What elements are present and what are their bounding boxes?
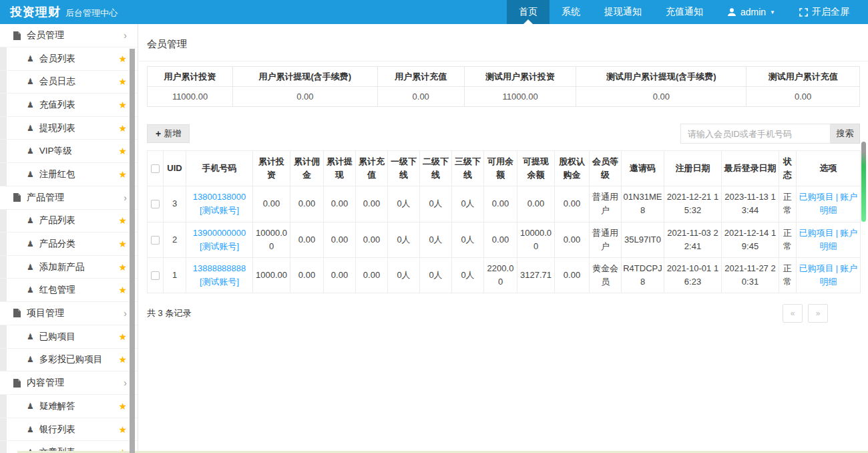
nav-item-0[interactable]: 首页 xyxy=(507,0,550,24)
phone-link[interactable]: 13900000000 [测试账号] xyxy=(193,228,246,251)
search-input[interactable] xyxy=(680,124,831,144)
cell-phone: 13900000000 [测试账号] xyxy=(186,222,253,257)
cell-select xyxy=(148,257,164,293)
nav-fullscreen-label: 开启全屏 xyxy=(812,6,849,18)
cell-total-commission: 0.00 xyxy=(290,222,324,257)
component-icon: ♟ xyxy=(27,170,34,178)
sidebar-item[interactable]: ♟ VIP等级 ★ xyxy=(0,140,138,163)
sidebar-item[interactable]: ♟ 已购项目 ★ xyxy=(0,325,138,349)
star-icon[interactable]: ★ xyxy=(118,239,127,249)
sidebar-item[interactable]: ♟ 银行列表 ★ xyxy=(0,418,138,442)
sidebar-item[interactable]: ♟ 充值列表 ★ xyxy=(0,94,138,117)
column-header: 最后登录日期 xyxy=(722,151,779,186)
cell-last-login: 2023-11-13 13:44 xyxy=(722,186,779,222)
sidebar-item[interactable]: ♟ 产品分类 ★ xyxy=(0,233,138,256)
sidebar-item[interactable]: ♟ 红包管理 ★ xyxy=(0,279,138,302)
purchased-projects-link[interactable]: 已购项目 xyxy=(799,263,834,273)
cell-select xyxy=(148,222,164,257)
chevron-right-icon: › xyxy=(124,30,127,41)
sidebar-scrollbar[interactable] xyxy=(130,49,135,453)
star-icon[interactable]: ★ xyxy=(118,146,127,156)
star-icon[interactable]: ★ xyxy=(118,76,127,87)
column-header: 累计提现 xyxy=(324,151,356,186)
sidebar-group-label: 会员管理 xyxy=(27,29,64,41)
row-checkbox[interactable] xyxy=(151,271,160,280)
nav-fullscreen[interactable]: 开启全屏 xyxy=(787,0,861,24)
sidebar-group[interactable]: 内容管理 › xyxy=(0,371,138,395)
cell-level1-downline: 0人 xyxy=(388,222,420,257)
sidebar-item[interactable]: ♟ 产品列表 ★ xyxy=(0,210,138,233)
column-header: 可用余额 xyxy=(484,151,517,186)
star-icon[interactable]: ★ xyxy=(118,401,127,412)
table-row: 1 13888888888 [测试账号] 1000.00 0.00 0.00 0… xyxy=(148,257,861,293)
next-page-button[interactable]: » xyxy=(808,304,828,323)
sidebar-item[interactable]: ♟ 多彩投已购项目 ★ xyxy=(0,349,138,372)
chevron-down-icon: ▼ xyxy=(770,9,775,15)
cell-invite-code: 35L97IT0 xyxy=(622,222,664,257)
nav-item-2[interactable]: 提现通知 xyxy=(592,0,654,24)
nav-item-3[interactable]: 充值通知 xyxy=(654,0,715,24)
phone-link[interactable]: 13800138000 [测试账号] xyxy=(193,192,246,215)
sidebar-item[interactable]: ♟ 会员列表 ★ xyxy=(0,47,138,71)
cell-total-withdraw: 0.00 xyxy=(324,186,356,222)
plus-icon: + xyxy=(156,128,161,139)
star-icon[interactable]: ★ xyxy=(118,215,127,226)
prev-page-button[interactable]: « xyxy=(783,304,803,323)
row-checkbox[interactable] xyxy=(151,236,160,245)
file-icon xyxy=(13,193,21,202)
pagination: « » xyxy=(783,304,828,323)
cell-invite-code: 01N31ME8 xyxy=(622,186,664,222)
star-icon[interactable]: ★ xyxy=(118,354,127,365)
cell-total-invest: 10000.00 xyxy=(253,222,290,257)
nav-user-menu[interactable]: admin ▼ xyxy=(715,0,787,24)
cell-status: 正常 xyxy=(779,257,797,293)
top-nav: 首页 系统 提现通知 充值通知 admin ▼ 开启全屏 xyxy=(507,0,861,24)
star-icon[interactable]: ★ xyxy=(118,169,127,180)
column-header: 三级下线 xyxy=(452,151,484,186)
sidebar-item-label: 银行列表 xyxy=(39,424,75,436)
sidebar-group[interactable]: 会员管理 › xyxy=(0,24,138,47)
sidebar-item[interactable]: ♟ 会员日志 ★ xyxy=(0,71,138,94)
cell-options: 已购项目|账户明细 xyxy=(797,222,861,257)
star-icon[interactable]: ★ xyxy=(118,331,127,342)
cell-total-commission: 0.00 xyxy=(290,257,324,293)
component-icon: ♟ xyxy=(27,147,34,155)
sidebar-item-label: 注册红包 xyxy=(39,168,75,180)
sidebar-item[interactable]: ♟ 疑难解答 ★ xyxy=(0,395,138,418)
cell-select xyxy=(148,186,164,222)
cell-equity-subscription: 0.00 xyxy=(555,257,590,293)
sidebar-item-label: VIP等级 xyxy=(39,145,72,157)
select-all-checkbox[interactable] xyxy=(151,164,160,173)
purchased-projects-link[interactable]: 已购项目 xyxy=(799,192,834,202)
cell-register-date: 2021-11-03 22:41 xyxy=(664,222,722,257)
row-checkbox[interactable] xyxy=(151,200,160,208)
column-header: 会员等级 xyxy=(590,151,622,186)
sidebar-group-label: 项目管理 xyxy=(27,307,64,319)
phone-link[interactable]: 13888888888 [测试账号] xyxy=(193,263,246,287)
sidebar-group[interactable]: 项目管理 › xyxy=(0,302,138,325)
column-header: 注册日期 xyxy=(664,151,722,186)
star-icon[interactable]: ★ xyxy=(118,123,127,134)
add-button[interactable]: + 新增 xyxy=(147,124,190,143)
nav-item-1[interactable]: 系统 xyxy=(550,0,592,24)
content-scrollbar[interactable] xyxy=(861,142,866,222)
sidebar-item[interactable]: ♟ 添加新产品 ★ xyxy=(0,256,138,279)
column-header: 一级下线 xyxy=(388,151,420,186)
column-header: 累计佣金 xyxy=(290,151,324,186)
star-icon[interactable]: ★ xyxy=(118,100,127,110)
table-row: 3 13800138000 [测试账号] 0.00 0.00 0.00 0.00… xyxy=(148,186,861,222)
page-title: 会员管理 xyxy=(139,24,868,61)
purchased-projects-link[interactable]: 已购项目 xyxy=(799,228,834,238)
column-header: 手机号码 xyxy=(186,151,253,186)
sidebar-item[interactable]: ♟ 提现列表 ★ xyxy=(0,117,138,140)
sidebar-group[interactable]: 产品管理 › xyxy=(0,186,138,210)
star-icon[interactable]: ★ xyxy=(118,424,127,435)
stats-value: 0.00 xyxy=(746,87,860,107)
cell-invite-code: R4TDCPJ8 xyxy=(622,257,664,293)
search-button[interactable]: 搜索 xyxy=(831,124,860,144)
star-icon[interactable]: ★ xyxy=(118,262,127,273)
star-icon[interactable]: ★ xyxy=(118,53,127,64)
star-icon[interactable]: ★ xyxy=(118,285,127,295)
cell-member-level: 普通用户 xyxy=(590,222,622,257)
sidebar-item[interactable]: ♟ 注册红包 ★ xyxy=(0,163,138,186)
